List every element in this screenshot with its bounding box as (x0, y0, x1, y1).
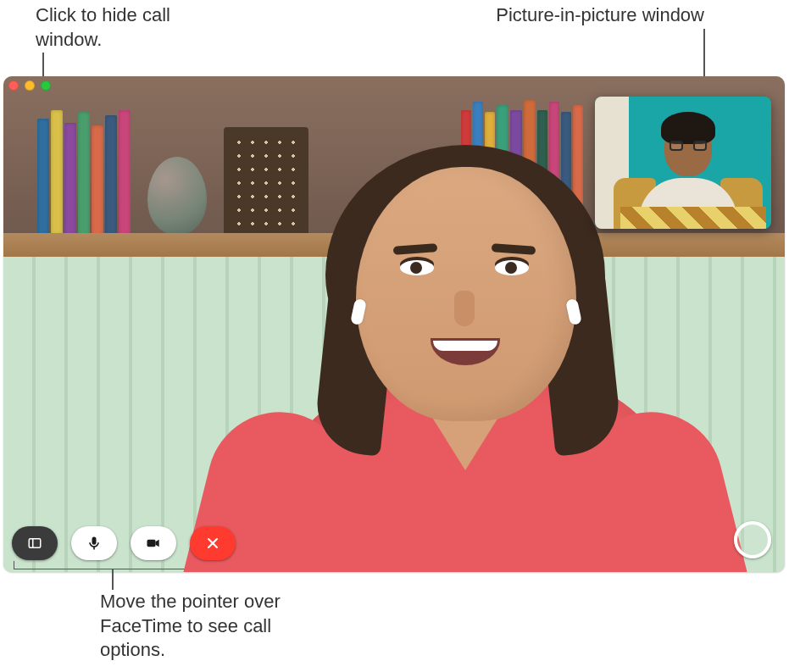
leader-line (112, 569, 114, 590)
picture-in-picture-self-view[interactable] (595, 97, 771, 229)
microphone-icon (86, 535, 103, 552)
sidebar-icon (27, 536, 42, 551)
facetime-call-window (3, 76, 785, 572)
svg-rect-2 (92, 537, 97, 545)
window-minimize-button[interactable] (25, 81, 35, 91)
window-traffic-lights (8, 81, 51, 91)
toggle-sidebar-button[interactable] (12, 526, 58, 560)
svg-rect-4 (147, 540, 156, 547)
callout-bracket (14, 561, 210, 569)
callout-call-options: Move the pointer over FaceTime to see ca… (100, 590, 303, 663)
svg-rect-0 (29, 539, 41, 548)
mute-button[interactable] (71, 526, 117, 560)
live-photo-button[interactable] (734, 521, 771, 558)
window-close-button[interactable] (8, 81, 19, 91)
call-controls-toolbar (12, 526, 236, 560)
callout-pip: Picture-in-picture window (484, 3, 704, 28)
end-call-button[interactable] (190, 526, 236, 560)
camera-toggle-button[interactable] (131, 526, 176, 560)
video-camera-icon (145, 535, 162, 552)
callout-hide-window: Click to hide call window. (36, 3, 188, 52)
close-icon (204, 535, 221, 552)
window-fullscreen-button[interactable] (41, 81, 51, 91)
